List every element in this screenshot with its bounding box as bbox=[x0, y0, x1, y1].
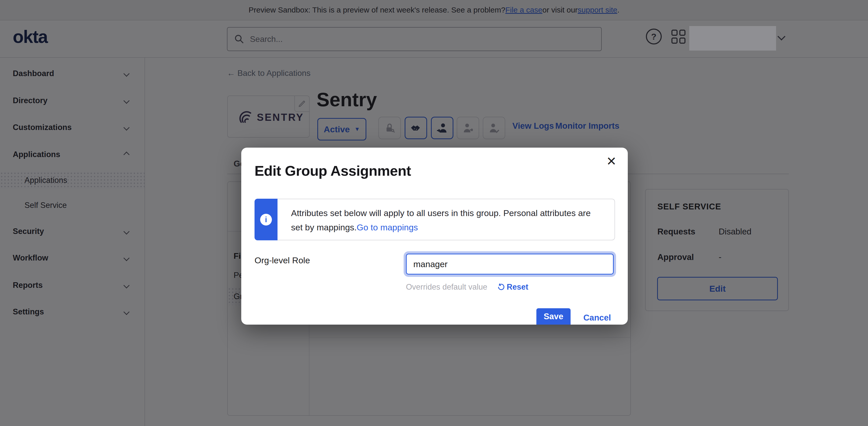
org-level-role-label: Org-level Role bbox=[254, 255, 310, 265]
info-callout-text: Attributes set below will apply to all u… bbox=[278, 199, 615, 240]
info-callout-accent: i bbox=[254, 199, 278, 240]
org-level-role-input[interactable] bbox=[406, 253, 614, 275]
overrides-helper-text: Overrides default value bbox=[406, 282, 487, 292]
save-button[interactable]: Save bbox=[536, 308, 570, 325]
reset-icon bbox=[497, 283, 505, 291]
close-icon[interactable]: ✕ bbox=[606, 155, 617, 168]
redacted-account-name[interactable] bbox=[689, 26, 776, 51]
cancel-button[interactable]: Cancel bbox=[583, 313, 611, 323]
edit-group-assignment-modal: ✕ Edit Group Assignment i Attributes set… bbox=[241, 148, 628, 325]
go-to-mappings-link[interactable]: Go to mappings bbox=[356, 222, 418, 232]
info-icon: i bbox=[260, 214, 272, 225]
modal-title: Edit Group Assignment bbox=[254, 162, 411, 179]
info-callout: i Attributes set below will apply to all… bbox=[254, 199, 615, 240]
reset-link[interactable]: Reset bbox=[497, 282, 528, 292]
